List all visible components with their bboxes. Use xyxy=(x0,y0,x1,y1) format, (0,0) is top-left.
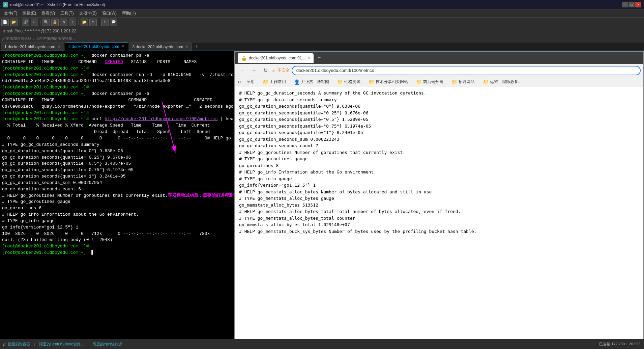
browser-line-20: go_memstats_alloc_bytes_total 1.029148e+… xyxy=(239,221,639,228)
minimize-button[interactable]: － xyxy=(622,2,628,7)
security-warning-icon: ⚠ xyxy=(272,67,275,74)
toolbar: 📄 📂 🔗 ✂ 🔍 🔒 ⚙ ↕ 📁 ⊞ ℹ 💬 xyxy=(0,18,644,27)
toolbar-msg[interactable]: 💬 xyxy=(110,19,117,26)
toolbar-info[interactable]: ℹ xyxy=(101,19,109,26)
browser-line-5: go_gc_duration_seconds{quantile="0.75"} … xyxy=(239,123,639,130)
menubar: 文件(F) 编辑(E) 查看(V) 工具(T) 选项卡(B) 窗口(W) 帮助(… xyxy=(0,9,644,18)
bookmark-work-label: 工作常用 xyxy=(270,79,286,85)
menu-edit[interactable]: 编辑(E) xyxy=(20,10,39,17)
toolbar-disconnect[interactable]: ✂ xyxy=(31,19,38,26)
status-link-1[interactable]: 批量刷除容器 xyxy=(8,342,30,347)
reload-button[interactable]: ↻ xyxy=(261,66,270,75)
bookmark-apps[interactable]: 应用 xyxy=(244,78,257,85)
browser-line-9: # HELP go_goroutines Number of goroutine… xyxy=(239,149,639,156)
browser-tab-label: docker201.oldboyedu.com:91... xyxy=(249,56,305,60)
status-item-3: 阿里的epel软件源 xyxy=(93,342,122,347)
not-secure-label: 不安全 xyxy=(277,68,290,73)
menu-view[interactable]: 查看(V) xyxy=(39,10,58,17)
bookmark-ops-icon: 📁 xyxy=(483,79,489,85)
addressbar: 🖥 ssh://root:**********@172.200.1.201:22 xyxy=(0,27,644,35)
status-icon-1: 🖊 xyxy=(3,342,6,346)
bookmark-jobs[interactable]: 📁 招聘网站 xyxy=(449,78,477,85)
toolbar-lock[interactable]: 🔒 xyxy=(51,19,59,26)
bookmark-test[interactable]: 📁 性格测试 xyxy=(334,78,363,85)
bookmark-tech[interactable]: 📁 技术分享相关网站 xyxy=(366,78,411,85)
status-link-2[interactable]: 阿里的CentOS-Base软件... xyxy=(39,342,84,347)
window-controls: － □ ✕ xyxy=(622,2,641,7)
back-button[interactable]: ← xyxy=(238,66,247,75)
browser-line-11: go_goroutines 8 xyxy=(239,162,639,169)
tab-2-close[interactable]: ✕ xyxy=(121,44,124,49)
browser-line-3: go_gc_duration_seconds{quantile="0.25"} … xyxy=(239,110,639,116)
menu-window[interactable]: 窗口(W) xyxy=(99,10,119,17)
browser-line-1: # TYPE go_gc_duration_seconds summary xyxy=(239,97,639,103)
toolbar-search[interactable]: 🔍 xyxy=(42,19,50,26)
browser-line-19: # TYPE go_memstats_alloc_bytes_total cou… xyxy=(239,215,639,222)
bookmark-blog-label: 尹正杰 - 博客园 xyxy=(301,79,329,85)
browser-line-6: go_gc_duration_seconds{quantile="1"} 8.2… xyxy=(239,129,639,136)
maximize-button[interactable]: □ xyxy=(628,2,635,7)
browser-line-7: go_gc_duration_seconds_sum 0.000223243 xyxy=(239,136,639,143)
browser-line-21: # HELP go_memstats_buck_sys_bytes Number… xyxy=(239,228,639,235)
browser-line-14: go_info{version="go1.12.5"} 1 xyxy=(239,182,639,189)
browser-tab-close[interactable]: ✕ xyxy=(307,56,310,60)
browser-line-15: # HELP go_memstats_alloc_bytes Number of… xyxy=(239,189,639,195)
bookmark-tech-label: 技术分享相关网站 xyxy=(376,79,408,85)
browser-titlebar: 🔒 docker201.oldboyedu.com:91... ✕ + xyxy=(235,52,643,64)
forward-button[interactable]: → xyxy=(249,66,259,75)
url-bar[interactable] xyxy=(292,66,641,75)
tab-1[interactable]: 1 docker201.oldboyedu.com ✕ xyxy=(1,43,64,51)
bookmark-blog[interactable]: 👤 尹正杰 - 博客园 xyxy=(291,78,332,85)
bookmark-tech-icon: 📁 xyxy=(369,79,374,85)
browser-line-8: go_gc_duration_seconds_count 7 xyxy=(239,142,639,149)
close-button[interactable]: ✕ xyxy=(635,2,641,7)
tab-1-close[interactable]: ✕ xyxy=(57,45,60,49)
tab-2-label: 2 docker201.oldboyedu.com xyxy=(68,44,119,49)
toolbar-sep3 xyxy=(78,19,79,25)
toolbar-transfer[interactable]: ↕ xyxy=(69,19,76,26)
bookmark-frontend-label: 前后端分离 xyxy=(423,79,443,85)
app-icon: X xyxy=(3,2,8,7)
browser-line-12: # HELP go_info Information about the Go … xyxy=(239,169,639,176)
statusbar: 🖊 批量刷除容器 | 阿里的CentOS-Base软件... | 阿里的epel… xyxy=(0,339,644,349)
bookmark-jobs-icon: 📁 xyxy=(451,79,457,85)
toolbar-settings[interactable]: ⚙ xyxy=(60,19,67,26)
infobar-message: 要添加当前会话，点击左侧的箭头按钮组。 xyxy=(6,36,76,41)
toolbar-sep1 xyxy=(20,19,20,25)
titlebar: X root@docker201:~ - Xshell 5 (Free for … xyxy=(0,0,644,9)
bookmark-ops[interactable]: 📁 运维工程师必备... xyxy=(480,78,524,85)
toolbar-new[interactable]: 📄 xyxy=(1,19,9,26)
tab-add-button[interactable]: + xyxy=(193,43,201,51)
browser-line-17: go_memstats_alloc_bytes 513512 xyxy=(239,202,639,209)
browser-content[interactable]: # HELP go_gc_duration_seconds A summary … xyxy=(235,87,643,348)
bookmark-work[interactable]: 📁 工作常用 xyxy=(260,78,289,85)
tab-3-close[interactable]: ✕ xyxy=(185,45,188,49)
infobar-text: 🖊 xyxy=(2,37,6,41)
tab-3-label: 3 docker202.oldboyedu.com xyxy=(133,45,183,49)
browser-new-tab[interactable]: + xyxy=(315,54,323,62)
toolbar-sep4 xyxy=(99,19,99,25)
bookmark-frontend[interactable]: 📁 前后端分离 xyxy=(413,78,446,85)
tab-1-label: 1 docker201.oldboyedu.com xyxy=(4,45,55,49)
bookmarks-icon: ⠿ xyxy=(238,79,241,85)
status-link-3[interactable]: 阿里的epel软件源 xyxy=(93,342,122,347)
tab-3[interactable]: 3 docker202.oldboyedu.com ✕ xyxy=(129,43,192,51)
browser-tab-active[interactable]: 🔒 docker201.oldboyedu.com:91... ✕ xyxy=(238,53,314,63)
menu-tools[interactable]: 工具(T) xyxy=(58,10,76,17)
toolbar-open[interactable]: 📂 xyxy=(10,19,18,26)
menu-help[interactable]: 帮助(H) xyxy=(119,10,139,17)
infobar: 🖊 要添加当前会话，点击左侧的箭头按钮组。 xyxy=(0,35,644,43)
browser-tabs: 🔒 docker201.oldboyedu.com:91... ✕ + xyxy=(238,53,641,63)
toolbar-grid[interactable]: ⊞ xyxy=(89,19,97,26)
bookmark-ops-label: 运维工程师必备... xyxy=(490,79,522,85)
address-icon: 🖥 xyxy=(2,29,6,33)
status-sep-2: | xyxy=(88,342,89,346)
toolbar-connect[interactable]: 🔗 xyxy=(22,19,29,26)
toolbar-sftp[interactable]: 📁 xyxy=(81,19,88,26)
bookmark-work-icon: 📁 xyxy=(263,79,268,85)
menu-file[interactable]: 文件(F) xyxy=(1,10,20,17)
browser-line-4: go_gc_duration_seconds{quantile="0.5"} 1… xyxy=(239,116,639,123)
menu-tabs[interactable]: 选项卡(B) xyxy=(77,10,99,17)
tab-2[interactable]: 2 docker201.oldboyedu.com ✕ xyxy=(65,43,128,51)
status-item-2: 阿里的CentOS-Base软件... xyxy=(39,342,84,347)
